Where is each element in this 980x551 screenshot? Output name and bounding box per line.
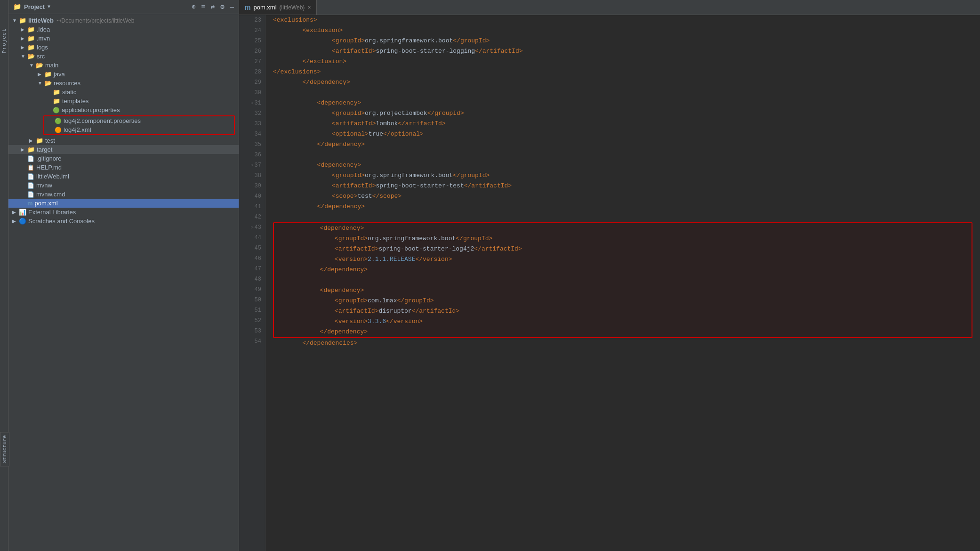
code-line-41: </dependency> xyxy=(273,202,972,212)
tree-item-mvnwcmd[interactable]: 📄 mvnw.cmd xyxy=(8,190,239,199)
tab-bar: m pom.xml (littleWeb) × xyxy=(239,0,980,15)
editor-area: m pom.xml (littleWeb) × 23 24 25 26 27 2… xyxy=(239,0,980,551)
tree-item-littleweb[interactable]: ▼ 📁 littleWeb ~/Documents/projects/littl… xyxy=(8,16,239,25)
code-line-31: <dependency> xyxy=(273,98,972,108)
code-line-52: <version>3.3.6</version> xyxy=(276,316,970,327)
tab-context: (littleWeb) xyxy=(280,4,305,11)
line-num-48: 48 xyxy=(243,274,261,284)
label-gitignore: .gitignore xyxy=(36,155,61,162)
code-line-27: </exclusion> xyxy=(273,57,972,67)
arrow-target: ▶ xyxy=(21,147,27,152)
sidebar-header-actions: ⊕ ≡ ⇄ ⚙ — xyxy=(192,3,234,11)
tree-item-logs[interactable]: ▶ 📁 logs xyxy=(8,43,239,52)
tree-item-src[interactable]: ▼ 📂 src xyxy=(8,52,239,61)
settings-icon[interactable]: ⚙ xyxy=(220,3,224,11)
code-line-43: <dependency> xyxy=(276,223,970,234)
label-pomxml: pom.xml xyxy=(35,200,58,207)
code-line-46: <version>2.1.1.RELEASE</version> xyxy=(276,254,970,265)
line-num-41: 41 xyxy=(243,202,261,212)
tree-item-helpmd[interactable]: 📋 HELP.md xyxy=(8,163,239,172)
tree-item-java[interactable]: ▶ 📁 java xyxy=(8,70,239,79)
icon-pomxml: m xyxy=(27,200,33,207)
path-littleweb: ~/Documents/projects/littleWeb xyxy=(56,17,135,24)
sidebar-type-tab: Project xyxy=(0,0,8,551)
icon-app-props: 🟢 xyxy=(53,107,60,113)
tree-item-static[interactable]: 📁 static xyxy=(8,88,239,97)
code-line-29: </dependency> xyxy=(273,77,972,88)
tree-item-pomxml[interactable]: m pom.xml xyxy=(8,199,239,208)
line-num-38: 38 xyxy=(243,170,261,181)
line-num-36: 36 xyxy=(243,150,261,160)
tree-item-mvnw[interactable]: 📄 mvnw xyxy=(8,181,239,190)
folder-icon-templates: 📁 xyxy=(53,97,60,105)
tree-item-resources[interactable]: ▼ 📂 resources xyxy=(8,79,239,88)
tree-item-main[interactable]: ▼ 📂 main xyxy=(8,61,239,70)
line-num-35: 35 xyxy=(243,139,261,150)
label-logs: logs xyxy=(37,44,48,51)
code-line-34: <optional>true</optional> xyxy=(273,129,972,139)
label-mvn: .mvn xyxy=(37,35,50,42)
tree-item-test[interactable]: ▶ 📁 test xyxy=(8,136,239,145)
minimize-icon[interactable]: — xyxy=(230,3,234,11)
scroll-from-source-icon[interactable]: ⇄ xyxy=(211,3,215,11)
sidebar-header: 📁 Project ▼ ⊕ ≡ ⇄ ⚙ — xyxy=(8,0,239,14)
label-littleweb: littleWeb xyxy=(28,17,54,24)
arrow-external-libs: ▶ xyxy=(12,210,19,215)
tree-item-gitignore[interactable]: 📄 .gitignore xyxy=(8,154,239,163)
code-line-47: </dependency> xyxy=(276,265,970,275)
code-line-24: <exclusion> xyxy=(273,25,972,36)
tab-m-icon: m xyxy=(245,4,250,11)
tree-item-mvn[interactable]: ▶ 📁 .mvn xyxy=(8,34,239,43)
code-line-39: <artifactId>spring-boot-starter-test</ar… xyxy=(273,181,972,191)
line-num-53: 53 xyxy=(243,326,261,336)
line-num-39: 39 xyxy=(243,181,261,191)
code-content[interactable]: <exclusions> <exclusion> <groupId>org.sp… xyxy=(265,15,980,551)
line-num-23: 23 xyxy=(243,15,261,25)
code-line-38: <groupId>org.springframework.boot</group… xyxy=(273,170,972,181)
sidebar-dropdown-icon[interactable]: ▼ xyxy=(48,4,50,9)
label-static: static xyxy=(62,89,76,96)
code-line-50: <groupId>com.lmax</groupId> xyxy=(276,296,970,306)
label-log4j2-xml: log4j2.xml xyxy=(64,126,91,133)
tree-item-application-properties[interactable]: 🟢 application.properties xyxy=(8,105,239,114)
line-num-45: 45 xyxy=(243,243,261,253)
code-line-26: <artifactId>spring-boot-starter-logging<… xyxy=(273,46,972,57)
tree-item-idea[interactable]: ▶ 📁 .idea xyxy=(8,25,239,34)
tree-item-iml[interactable]: 📄 littleWeb.iml xyxy=(8,172,239,181)
line-num-43: ▷43 xyxy=(243,222,261,233)
line-num-31: ▷31 xyxy=(243,98,261,108)
sidebar: 📁 Project ▼ ⊕ ≡ ⇄ ⚙ — ▼ 📁 littleWeb ~/Do… xyxy=(8,0,239,551)
tree-item-scratches[interactable]: ▶ 🔵 Scratches and Consoles xyxy=(8,217,239,226)
tree-item-external-libs[interactable]: ▶ 📊 External Libraries xyxy=(8,208,239,217)
icon-iml: 📄 xyxy=(27,173,34,180)
red-box-files-group: 🟢 log4j2.component.properties 🟠 log4j2.x… xyxy=(43,115,235,135)
label-mvnwcmd: mvnw.cmd xyxy=(36,191,65,198)
tab-close-button[interactable]: × xyxy=(307,4,311,11)
tree-item-log4j2-xml[interactable]: 🟠 log4j2.xml xyxy=(44,125,234,134)
line-num-29: 29 xyxy=(243,77,261,88)
icon-log4j2-xml: 🟠 xyxy=(55,127,62,133)
editor-tab-pomxml[interactable]: m pom.xml (littleWeb) × xyxy=(239,0,317,15)
folder-icon-littleweb: 📁 xyxy=(19,17,26,24)
collapse-all-icon[interactable]: ≡ xyxy=(201,3,205,11)
tree-item-templates[interactable]: 📁 templates xyxy=(8,97,239,105)
line-num-40: 40 xyxy=(243,191,261,202)
icon-scratches: 🔵 xyxy=(19,218,26,225)
folder-icon-static: 📁 xyxy=(53,89,60,96)
code-line-44: <groupId>org.springframework.boot</group… xyxy=(276,234,970,244)
label-templates: templates xyxy=(62,97,88,105)
label-external-libs: External Libraries xyxy=(28,209,76,216)
new-window-icon[interactable]: ⊕ xyxy=(192,3,195,11)
structure-panel-tab[interactable]: Structure xyxy=(0,432,9,466)
line-num-26: 26 xyxy=(243,46,261,57)
arrow-idea: ▶ xyxy=(21,27,27,32)
label-src: src xyxy=(37,53,45,60)
tree-item-target[interactable]: ▶ 📁 target xyxy=(8,145,239,154)
code-line-49: <dependency> xyxy=(276,285,970,296)
icon-mvnw: 📄 xyxy=(27,182,34,189)
sidebar-title: Project xyxy=(24,3,45,10)
code-line-33: <artifactId>lombok</artifactId> xyxy=(273,119,972,129)
code-line-51: <artifactId>disruptor</artifactId> xyxy=(276,306,970,316)
line-numbers-gutter: 23 24 25 26 27 28 29 30 ▷31 32 33 34 35 … xyxy=(239,15,265,551)
tree-item-log4j2-component[interactable]: 🟢 log4j2.component.properties xyxy=(44,116,234,125)
